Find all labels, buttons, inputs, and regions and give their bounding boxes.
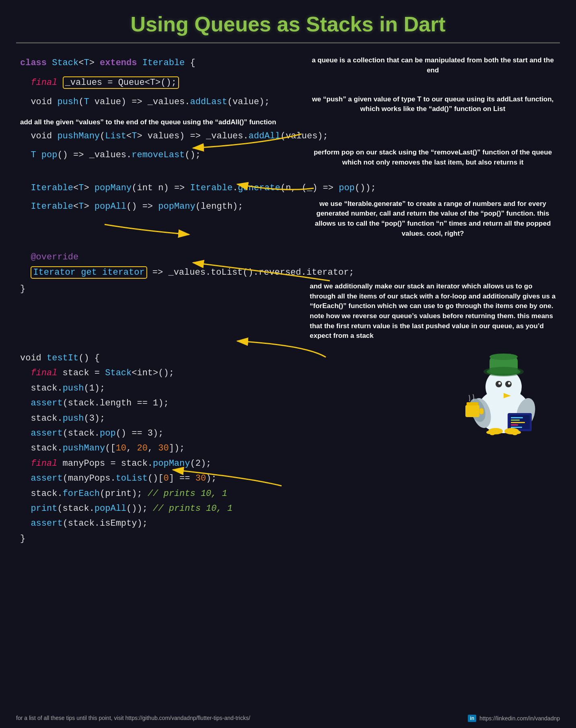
- svg-point-6: [508, 382, 510, 385]
- svg-rect-15: [479, 408, 483, 414]
- code-popAll: Iterable<T> popAll() => popMany(length);: [20, 199, 294, 214]
- svg-point-5: [498, 382, 501, 385]
- code-field: final _values = Queue<T>();: [20, 75, 294, 90]
- annotation-iterator: and we additionally make our stack an it…: [310, 282, 556, 341]
- svg-rect-16: [467, 402, 478, 405]
- svg-rect-22: [511, 424, 518, 426]
- linkedin-url: https://linkedin.com/in/vandadnp: [479, 715, 560, 722]
- svg-point-27: [490, 432, 495, 435]
- page-wrapper: Using Queues as Stacks in Dart class Sta…: [0, 0, 576, 728]
- code-iterator: Iterator get iterator => _values.toList(…: [20, 265, 354, 280]
- page-title: Using Queues as Stacks in Dart: [16, 12, 560, 43]
- svg-point-29: [512, 432, 518, 435]
- bird-mascot: [459, 351, 548, 439]
- footer-linkedin: in https://linkedin.com/in/vandadnp: [468, 715, 560, 722]
- svg-point-10: [483, 367, 524, 376]
- svg-rect-20: [511, 420, 520, 421]
- svg-rect-19: [511, 417, 523, 418]
- code-testIt: void testIt() { final stack = Stack<int>…: [20, 351, 294, 546]
- svg-rect-14: [465, 405, 479, 417]
- svg-rect-23: [511, 427, 522, 428]
- svg-point-9: [490, 354, 518, 360]
- code-override: @override: [20, 250, 294, 265]
- svg-rect-21: [511, 422, 525, 423]
- code-push: void push(T value) => _values.addLast(va…: [20, 95, 294, 109]
- annotation-push: we “push” a given value of type T to our…: [310, 95, 556, 114]
- code-class-close: }: [20, 282, 294, 296]
- annotation-pushMany: add all the given “values” to the end of…: [20, 117, 328, 127]
- annotation-queue: a queue is a collection that can be mani…: [310, 56, 556, 75]
- code-pushMany: void pushMany(List<T> values) => _values…: [20, 129, 328, 144]
- annotation-pop: perform pop on our stack using the “remo…: [310, 148, 556, 167]
- annotation-popMany: we use “Iterable.generate” to create a r…: [310, 199, 556, 239]
- title-section: Using Queues as Stacks in Dart: [0, 0, 576, 51]
- code-class-header: class Stack<T> extends Iterable {: [20, 56, 294, 70]
- code-pop: T pop() => _values.removeLast();: [20, 148, 294, 162]
- linkedin-icon: in: [468, 715, 476, 722]
- code-popMany: Iterable<T> popMany(int n) => Iterable.g…: [20, 181, 376, 195]
- footer: for a list of all these tips until this …: [0, 715, 576, 722]
- footer-github: for a list of all these tips until this …: [16, 715, 250, 722]
